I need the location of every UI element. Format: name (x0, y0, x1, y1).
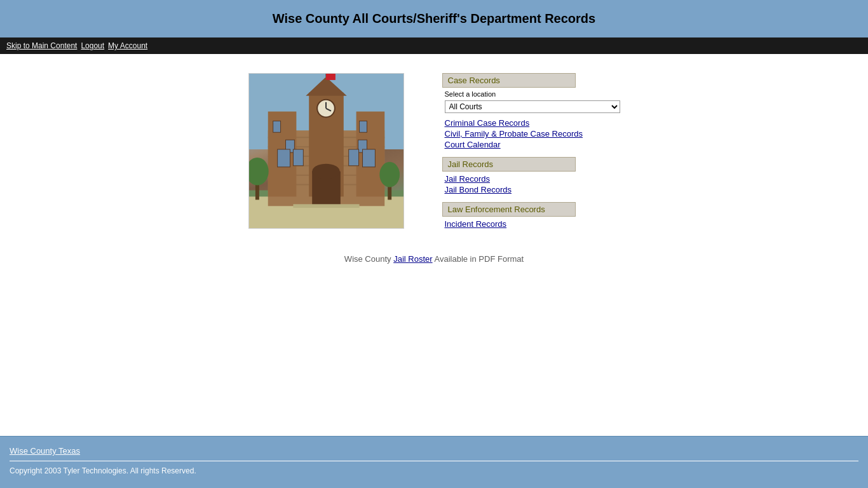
case-records-header: Case Records (442, 73, 576, 88)
jail-records-header: Jail Records (442, 157, 576, 172)
select-location-label: Select a location (445, 90, 620, 98)
content-row: Case Records Select a location All Court… (148, 73, 720, 229)
svg-point-32 (379, 162, 400, 187)
logout-link[interactable]: Logout (81, 41, 104, 50)
page-title: Wise County All Courts/Sheriff's Departm… (6, 11, 862, 26)
law-enforcement-section: Law Enforcement Records Incident Records (442, 202, 620, 229)
svg-rect-17 (273, 121, 280, 132)
my-account-link[interactable]: My Account (108, 41, 147, 50)
svg-point-30 (249, 158, 269, 186)
page-header: Wise County All Courts/Sheriff's Departm… (0, 0, 868, 37)
wise-county-texas-link[interactable]: Wise County Texas (10, 446, 80, 456)
jail-records-section: Jail Records Jail Records Jail Bond Reco… (442, 157, 620, 194)
navbar: Skip to Main Content Logout My Account (0, 37, 868, 54)
svg-rect-23 (277, 149, 290, 167)
svg-rect-25 (293, 149, 303, 166)
incident-records-link[interactable]: Incident Records (445, 219, 620, 229)
records-panel: Case Records Select a location All Court… (442, 73, 620, 229)
case-records-section: Case Records Select a location All Court… (442, 73, 620, 149)
svg-rect-27 (293, 204, 359, 208)
court-calendar-link[interactable]: Court Calendar (445, 140, 620, 149)
svg-rect-26 (348, 149, 358, 166)
jail-records-link[interactable]: Jail Records (445, 174, 620, 184)
jail-records-links: Jail Records Jail Bond Records (442, 174, 620, 194)
case-records-links: Select a location All Courts Justice Cou… (442, 90, 620, 149)
pdf-note: Wise County Jail Roster Available in PDF… (344, 254, 524, 264)
footer-copyright: Copyright 2003 Tyler Technologies. All r… (10, 466, 858, 475)
skip-to-main-link[interactable]: Skip to Main Content (6, 41, 77, 50)
law-enforcement-links: Incident Records (442, 219, 620, 229)
civil-case-records-link[interactable]: Civil, Family & Probate Case Records (445, 129, 620, 139)
svg-rect-34 (326, 74, 336, 80)
criminal-case-records-link[interactable]: Criminal Case Records (445, 118, 620, 128)
footer-divider (10, 461, 858, 461)
pdf-note-suffix: Available in PDF Format (433, 254, 524, 264)
footer: Wise County Texas Copyright 2003 Tyler T… (0, 436, 868, 488)
law-enforcement-header: Law Enforcement Records (442, 202, 576, 217)
pdf-note-prefix: Wise County (344, 254, 393, 264)
svg-rect-28 (287, 208, 365, 212)
svg-rect-18 (359, 121, 367, 132)
svg-rect-24 (362, 149, 375, 167)
location-select[interactable]: All Courts Justice Court County Court Di… (445, 100, 620, 113)
jail-roster-link[interactable]: Jail Roster (393, 254, 432, 264)
courthouse-image (248, 73, 404, 229)
main-content: Case Records Select a location All Court… (0, 54, 868, 436)
jail-bond-records-link[interactable]: Jail Bond Records (445, 185, 620, 194)
svg-point-22 (312, 164, 340, 179)
